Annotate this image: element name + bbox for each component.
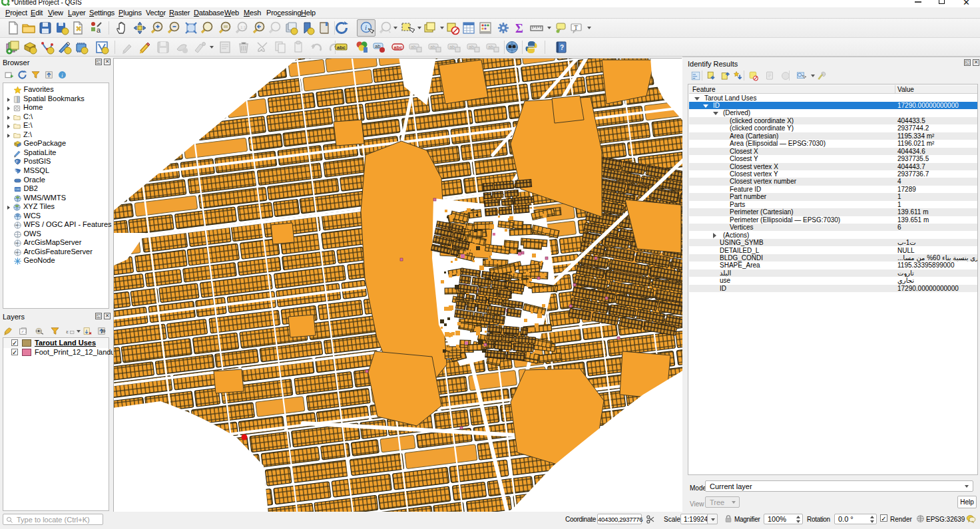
svg-text:T: T — [574, 24, 578, 31]
svg-text:✓: ✓ — [21, 329, 25, 333]
svg-text:ε: ε — [66, 328, 69, 335]
svg-text:i: i — [365, 23, 367, 31]
svg-text:ab: ab — [449, 45, 455, 49]
svg-text:ab: ab — [430, 45, 435, 49]
svg-text:a: a — [97, 26, 101, 34]
svg-text:ab: ab — [411, 45, 416, 49]
svg-text:Σ: Σ — [515, 22, 523, 35]
svg-text:abc: abc — [337, 45, 346, 51]
svg-text:ab: ab — [375, 43, 380, 49]
svg-text:P: P — [15, 161, 17, 164]
svg-text:?: ? — [560, 44, 564, 51]
svg-text:W: W — [15, 224, 18, 227]
svg-text:DB2: DB2 — [15, 188, 21, 191]
svg-text:W: W — [15, 242, 18, 246]
svg-text:abc: abc — [394, 45, 403, 51]
svg-text:W: W — [15, 251, 18, 254]
svg-text:1:1: 1:1 — [240, 25, 246, 29]
svg-text:ab: ab — [488, 45, 493, 49]
svg-text:ab: ab — [469, 45, 474, 49]
